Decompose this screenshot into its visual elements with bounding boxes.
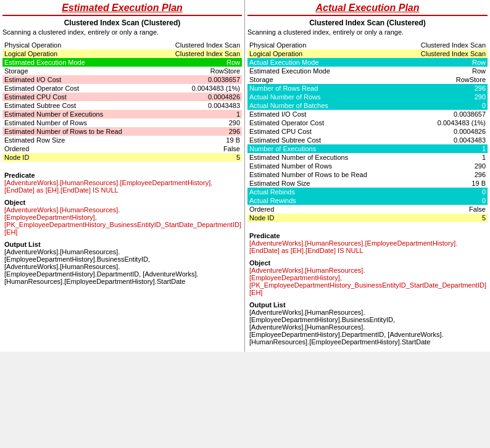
prop-value: 290 xyxy=(401,162,488,170)
right-output-text: [AdventureWorks].[HumanResources].[Emplo… xyxy=(249,309,444,346)
table-row: OrderedFalse xyxy=(247,205,488,214)
prop-label: Estimated Subtree Cost xyxy=(2,101,156,110)
prop-value: False xyxy=(401,205,488,214)
prop-label: Estimated Number of Executions xyxy=(2,110,156,118)
left-predicate-block: Predicate [AdventureWorks].[HumanResourc… xyxy=(2,170,242,195)
left-predicate-label: Predicate xyxy=(4,172,240,179)
prop-value: 0.0043483 (1%) xyxy=(401,118,488,127)
left-section-subtitle: Scanning a clustered index, entirely or … xyxy=(2,28,242,36)
table-row: Estimated Number of Rows290 xyxy=(2,118,242,127)
prop-value: RowStore xyxy=(156,67,242,75)
table-row: Estimated Number of Rows to be Read296 xyxy=(2,127,242,136)
prop-label: Estimated Number of Rows xyxy=(247,162,401,170)
prop-label: Estimated Number of Rows xyxy=(2,118,156,127)
prop-label: Number of Rows Read xyxy=(247,84,401,93)
table-row: Node ID5 xyxy=(247,214,488,222)
left-properties-table: Physical OperationClustered Index ScanLo… xyxy=(2,41,242,162)
right-object-text: [AdventureWorks].[HumanResources].[Emplo… xyxy=(249,267,486,296)
table-row: Estimated Operator Cost0.0043483 (1%) xyxy=(2,84,242,93)
prop-label: Estimated I/O Cost xyxy=(247,110,401,118)
prop-label: Estimated Operator Cost xyxy=(247,118,401,127)
prop-value: Row xyxy=(401,58,488,67)
prop-value: 0.0004826 xyxy=(401,127,488,136)
left-panel-header: Estimated Execution Plan xyxy=(2,2,242,16)
left-output-text: [AdventureWorks].[HumanResources].[Emplo… xyxy=(4,248,199,285)
prop-value: Clustered Index Scan xyxy=(156,49,242,58)
right-panel-header: Actual Execution Plan xyxy=(247,2,488,16)
prop-value: 0.0038657 xyxy=(156,75,242,84)
prop-value: 296 xyxy=(401,84,488,93)
right-predicate-label: Predicate xyxy=(249,232,486,239)
prop-label: Estimated I/O Cost xyxy=(2,75,156,84)
table-row: Estimated Execution ModeRow xyxy=(247,67,488,75)
prop-label: Estimated Execution Mode xyxy=(247,67,401,75)
left-section-title: Clustered Index Scan (Clustered) xyxy=(2,19,242,27)
table-row: Estimated CPU Cost0.0004826 xyxy=(2,93,242,101)
table-row: Physical OperationClustered Index Scan xyxy=(2,41,242,49)
prop-label: Estimated Number of Executions xyxy=(247,153,401,162)
prop-value: 19 B xyxy=(401,179,488,188)
prop-label: Estimated Subtree Cost xyxy=(247,136,401,144)
prop-value: 1 xyxy=(156,110,242,118)
main-container: Estimated Execution Plan Clustered Index… xyxy=(0,0,490,352)
prop-label: Estimated CPU Cost xyxy=(247,127,401,136)
prop-label: Actual Rewinds xyxy=(247,196,401,205)
prop-label: Actual Rebinds xyxy=(247,188,401,196)
prop-label: Physical Operation xyxy=(2,41,156,49)
table-row: Actual Number of Rows290 xyxy=(247,93,488,101)
prop-label: Logical Operation xyxy=(247,49,401,58)
prop-value: 0.0004826 xyxy=(156,93,242,101)
prop-value: 290 xyxy=(156,118,242,127)
prop-label: Storage xyxy=(247,75,401,84)
prop-value: False xyxy=(156,144,242,153)
table-row: Logical OperationClustered Index Scan xyxy=(2,49,242,58)
prop-label: Estimated Row Size xyxy=(247,179,401,188)
left-panel: Estimated Execution Plan Clustered Index… xyxy=(0,0,245,352)
prop-label: Logical Operation xyxy=(2,49,156,58)
table-row: Number of Rows Read296 xyxy=(247,84,488,93)
prop-label: Actual Execution Mode xyxy=(247,58,401,67)
right-predicate-block: Predicate [AdventureWorks].[HumanResourc… xyxy=(247,231,488,255)
left-object-label: Object xyxy=(4,199,240,206)
prop-label: Estimated Execution Mode xyxy=(2,58,156,67)
table-row: Actual Rebinds0 xyxy=(247,188,488,196)
prop-label: Physical Operation xyxy=(247,41,401,49)
left-output-label: Output List xyxy=(4,241,240,248)
prop-value: 296 xyxy=(401,170,488,179)
table-row: StorageRowStore xyxy=(2,67,242,75)
prop-value: 0.0038657 xyxy=(401,110,488,118)
prop-label: Node ID xyxy=(2,153,156,162)
prop-value: 5 xyxy=(156,153,242,162)
table-row: Estimated CPU Cost0.0004826 xyxy=(247,127,488,136)
prop-label: Ordered xyxy=(2,144,156,153)
table-row: Estimated Row Size19 B xyxy=(2,136,242,144)
table-row: Estimated Row Size19 B xyxy=(247,179,488,188)
table-row: Estimated Execution ModeRow xyxy=(2,58,242,67)
prop-label: Actual Number of Batches xyxy=(247,101,401,110)
prop-value: 296 xyxy=(156,127,242,136)
prop-label: Ordered xyxy=(247,205,401,214)
right-predicate-text: [AdventureWorks].[HumanResources].[Emplo… xyxy=(249,239,457,254)
left-object-text: [AdventureWorks].[HumanResources].[Emplo… xyxy=(4,206,241,236)
table-row: Estimated I/O Cost0.0038657 xyxy=(247,110,488,118)
table-row: Actual Execution ModeRow xyxy=(247,58,488,67)
prop-label: Storage xyxy=(2,67,156,75)
right-output-block: Output List [AdventureWorks].[HumanResou… xyxy=(247,300,488,347)
prop-value: 0.0043483 (1%) xyxy=(156,84,242,93)
prop-label: Actual Number of Rows xyxy=(247,93,401,101)
prop-value: 290 xyxy=(401,93,488,101)
table-row: Actual Rewinds0 xyxy=(247,196,488,205)
right-panel: Actual Execution Plan Clustered Index Sc… xyxy=(245,0,490,352)
prop-label: Number of Executions xyxy=(247,144,401,153)
table-row: Estimated Number of Rows to be Read296 xyxy=(247,170,488,179)
prop-value: RowStore xyxy=(401,75,488,84)
prop-value: Row xyxy=(156,58,242,67)
prop-value: Row xyxy=(401,67,488,75)
prop-label: Estimated Operator Cost xyxy=(2,84,156,93)
table-row: Physical OperationClustered Index Scan xyxy=(247,41,488,49)
prop-value: 0 xyxy=(401,188,488,196)
table-row: Node ID5 xyxy=(2,153,242,162)
right-section-title: Clustered Index Scan (Clustered) xyxy=(247,19,488,27)
prop-value: 19 B xyxy=(156,136,242,144)
table-row: StorageRowStore xyxy=(247,75,488,84)
